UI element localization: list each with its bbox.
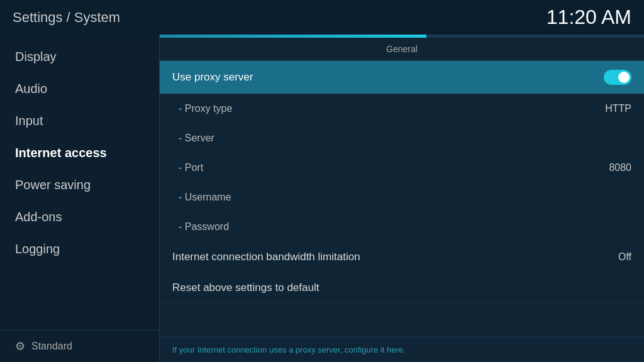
sidebar-item-label-display: Display <box>15 50 57 64</box>
header: Settings / System 11:20 AM <box>0 0 644 35</box>
settings-row-use-proxy-server[interactable]: Use proxy server <box>160 61 644 94</box>
sidebar-item-logging[interactable]: Logging <box>0 233 159 265</box>
settings-row-bandwidth-limitation[interactable]: Internet connection bandwidth limitation… <box>160 242 644 273</box>
sidebar-item-internet-access[interactable]: Internet access <box>0 137 159 169</box>
sidebar-item-label-audio: Audio <box>15 82 47 96</box>
main-layout: Display Audio Input Internet access Powe… <box>0 35 644 362</box>
settings-list: Use proxy server - Proxy type HTTP - Ser… <box>160 61 644 337</box>
settings-row-label-username: - Username <box>179 192 231 203</box>
settings-row-label-proxy-type: - Proxy type <box>179 103 232 114</box>
sidebar-item-label-input: Input <box>15 114 43 128</box>
sidebar: Display Audio Input Internet access Powe… <box>0 35 159 362</box>
sidebar-item-label-logging: Logging <box>15 242 60 256</box>
content-footer: If your Internet connection uses a proxy… <box>160 337 644 362</box>
main-content: General Use proxy server - Proxy type HT… <box>159 35 644 362</box>
settings-row-label-use-proxy-server: Use proxy server <box>172 71 253 84</box>
sidebar-item-display[interactable]: Display <box>0 41 159 73</box>
settings-row-value-proxy-type: HTTP <box>605 103 631 114</box>
page-title: Settings / System <box>13 9 120 26</box>
settings-row-value-bandwidth-limitation: Off <box>618 251 631 263</box>
sidebar-item-power-saving[interactable]: Power saving <box>0 169 159 201</box>
footer-hint-text: If your Internet connection uses a proxy… <box>172 345 406 354</box>
settings-row-label-password: - Password <box>179 221 229 233</box>
settings-row-label-server: - Server <box>179 133 214 144</box>
gear-icon: ⚙ <box>15 339 25 353</box>
settings-row-username[interactable]: - Username <box>160 183 644 212</box>
settings-row-label-bandwidth-limitation: Internet connection bandwidth limitation <box>172 251 360 263</box>
sidebar-item-add-ons[interactable]: Add-ons <box>0 201 159 233</box>
settings-row-server[interactable]: - Server <box>160 124 644 153</box>
sidebar-item-label-internet-access: Internet access <box>15 146 107 160</box>
section-header: General <box>160 38 644 61</box>
sidebar-item-label-power-saving: Power saving <box>15 178 91 192</box>
settings-row-proxy-type[interactable]: - Proxy type HTTP <box>160 94 644 124</box>
sidebar-item-input[interactable]: Input <box>0 105 159 137</box>
settings-row-port[interactable]: - Port 8080 <box>160 153 644 183</box>
sidebar-item-audio[interactable]: Audio <box>0 73 159 105</box>
settings-row-reset-settings[interactable]: Reset above settings to default <box>160 273 644 304</box>
proxy-server-toggle[interactable] <box>604 70 631 85</box>
sidebar-item-label-add-ons: Add-ons <box>15 210 62 224</box>
top-progress-fill <box>160 35 426 38</box>
sidebar-footer-label: Standard <box>31 341 72 352</box>
settings-row-label-reset-settings: Reset above settings to default <box>172 282 319 294</box>
settings-row-label-port: - Port <box>179 162 203 173</box>
clock: 11:20 AM <box>547 6 631 29</box>
top-progress-bar <box>160 35 644 38</box>
settings-row-password[interactable]: - Password <box>160 212 644 242</box>
settings-row-value-port: 8080 <box>609 162 631 173</box>
sidebar-footer: ⚙ Standard <box>0 330 159 362</box>
